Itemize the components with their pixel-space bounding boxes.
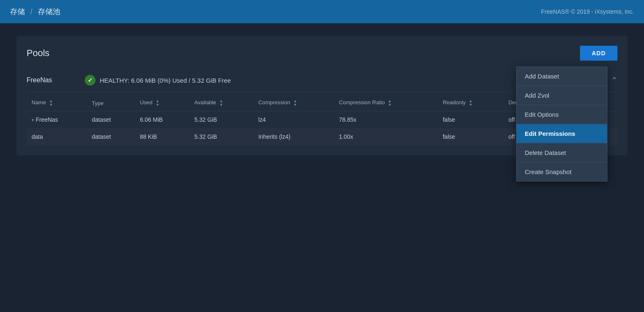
sort-readonly-icon: ▲▼	[469, 99, 472, 107]
col-readonly[interactable]: Readonly ▲▼	[438, 95, 504, 111]
chevron-expand-icon[interactable]: ▾	[32, 117, 34, 123]
cell-available: 5.32 GiB	[189, 128, 253, 145]
sort-used-icon: ▲▼	[156, 99, 160, 107]
collapse-pool-icon[interactable]: ⌃	[611, 76, 617, 85]
breadcrumb-part2: 存储池	[38, 7, 60, 16]
menu-item-delete-dataset[interactable]: Delete Dataset	[516, 143, 607, 162]
col-available[interactable]: Available ▲▼	[189, 95, 253, 111]
cell-compression-ratio: 78.85x	[334, 111, 438, 128]
pool-actions: ⌃	[611, 76, 617, 85]
menu-item-create-snapshot[interactable]: Create Snapshot	[516, 162, 607, 181]
cell-readonly: false	[438, 128, 504, 145]
add-dropdown-menu: Add Dataset Add Zvol Edit Options Edit P…	[516, 66, 607, 182]
menu-item-edit-permissions[interactable]: Edit Permissions	[516, 124, 607, 143]
col-used[interactable]: Used ▲▼	[135, 95, 189, 111]
cell-name: ▾ FreeNas	[27, 111, 87, 128]
pools-header: Pools ADD Add Dataset Add Zvol Edit Opti…	[27, 46, 617, 61]
pools-title: Pools	[27, 48, 49, 59]
cell-name: data	[27, 128, 87, 145]
breadcrumb-part1: 存储	[10, 7, 25, 16]
cell-compression: lz4	[253, 111, 334, 128]
cell-used: 6.06 MiB	[135, 111, 189, 128]
menu-item-edit-options[interactable]: Edit Options	[516, 105, 607, 124]
col-name[interactable]: Name ▲▼	[27, 95, 87, 111]
brand-text: FreeNAS® © 2019 - iXsystems, Inc.	[541, 8, 634, 15]
breadcrumb-separator: /	[30, 7, 32, 16]
cell-compression: Inherits (lz4)	[253, 128, 334, 145]
breadcrumb: 存储 / 存储池	[10, 7, 60, 17]
sort-name-icon: ▲▼	[49, 99, 53, 107]
col-type: Type	[87, 95, 135, 111]
main-content: Pools ADD Add Dataset Add Zvol Edit Opti…	[0, 23, 644, 168]
sort-available-icon: ▲▼	[219, 99, 223, 107]
healthy-icon	[85, 75, 96, 86]
pool-status-text: HEALTHY: 6.06 MiB (0%) Used / 5.32 GiB F…	[100, 77, 231, 84]
pools-card: Pools ADD Add Dataset Add Zvol Edit Opti…	[17, 36, 627, 155]
cell-compression-ratio: 1.00x	[334, 128, 438, 145]
pool-name: FreeNas	[27, 76, 85, 84]
menu-item-add-zvol[interactable]: Add Zvol	[516, 86, 607, 105]
menu-item-add-dataset[interactable]: Add Dataset	[516, 67, 607, 86]
sort-ratio-icon: ▲▼	[388, 99, 392, 107]
pool-status: HEALTHY: 6.06 MiB (0%) Used / 5.32 GiB F…	[85, 75, 231, 86]
top-bar: 存储 / 存储池 FreeNAS® © 2019 - iXsystems, In…	[0, 0, 644, 23]
cell-used: 88 KiB	[135, 128, 189, 145]
col-compression-ratio[interactable]: Compression Ratio ▲▼	[334, 95, 438, 111]
cell-available: 5.32 GiB	[189, 111, 253, 128]
cell-type: dataset	[87, 111, 135, 128]
cell-readonly: false	[438, 111, 504, 128]
sort-compression-icon: ▲▼	[293, 99, 297, 107]
cell-type: dataset	[87, 128, 135, 145]
add-button[interactable]: ADD	[580, 46, 617, 61]
col-compression[interactable]: Compression ▲▼	[253, 95, 334, 111]
